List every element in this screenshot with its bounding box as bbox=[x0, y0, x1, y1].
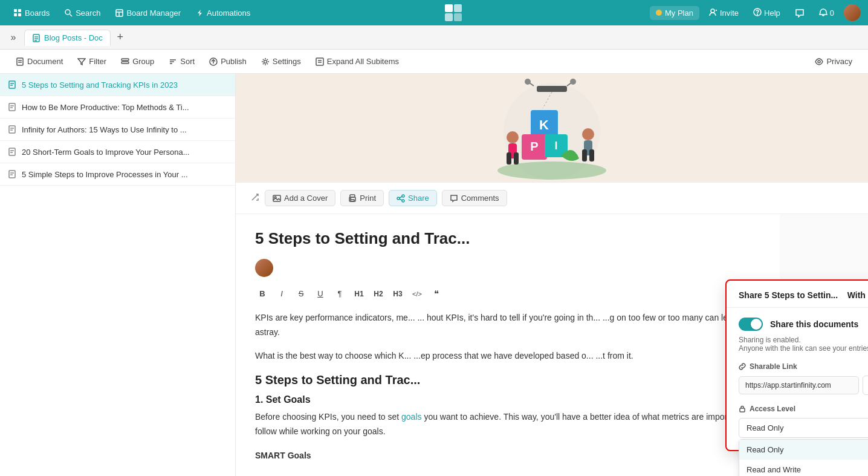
svg-rect-50 bbox=[9, 171, 15, 178]
toolbar-expand-all[interactable]: Expand All Subitems bbox=[309, 54, 405, 69]
toolbar-document[interactable]: Document bbox=[10, 54, 69, 69]
resize-button[interactable] bbox=[250, 192, 260, 204]
svg-point-37 bbox=[818, 60, 820, 63]
strikethrough-button[interactable]: S bbox=[294, 287, 308, 301]
toolbar-privacy[interactable]: Privacy bbox=[809, 54, 858, 69]
share-toggle-label: Share this documents bbox=[770, 319, 858, 329]
invite-button[interactable]: Invite bbox=[704, 5, 743, 21]
sort-icon bbox=[169, 57, 177, 66]
svg-point-72 bbox=[525, 79, 531, 85]
quote-button[interactable]: ❝ bbox=[429, 287, 444, 301]
main-container: 5 Steps to Setting and Tracking KPIs in … bbox=[0, 74, 868, 476]
share-status-line-2: Anyone with the link can see your entrie… bbox=[739, 344, 868, 353]
svg-rect-26 bbox=[121, 59, 129, 60]
svg-text:P: P bbox=[530, 140, 538, 153]
add-cover-button[interactable]: Add a Cover bbox=[265, 190, 335, 206]
question-icon bbox=[753, 8, 762, 18]
toolbar-filter[interactable]: Filter bbox=[71, 54, 112, 69]
sidebar-item-5[interactable]: 5 Simple Steps to Improve Processes in Y… bbox=[0, 163, 235, 186]
my-plan-label: My Plan bbox=[665, 8, 693, 18]
access-option-read-only[interactable]: Read Only bbox=[739, 440, 868, 460]
sidebar-item-4[interactable]: 20 Short-Term Goals to Improve Your Pers… bbox=[0, 141, 235, 163]
nav-search[interactable]: Search bbox=[58, 5, 106, 21]
sharable-link-label: Sharable Link bbox=[739, 362, 868, 371]
print-button[interactable]: Print bbox=[340, 190, 384, 206]
h1-button[interactable]: H1 bbox=[352, 287, 366, 301]
svg-rect-79 bbox=[351, 200, 354, 201]
notification-count: 0 bbox=[830, 8, 834, 18]
toolbar-sort[interactable]: Sort bbox=[163, 54, 201, 69]
access-option-read-write[interactable]: Read and Write bbox=[739, 460, 868, 476]
image-icon bbox=[273, 194, 281, 203]
doc-tab-icon bbox=[32, 34, 40, 42]
sidebar-item-5-label: 5 Simple Steps to Improve Processes in Y… bbox=[22, 170, 188, 179]
lightning-icon bbox=[195, 8, 204, 17]
share-modal-body: Share this documents Sharing is enabled.… bbox=[727, 308, 868, 450]
svg-rect-63 bbox=[507, 152, 511, 165]
toolbar-filter-label: Filter bbox=[89, 57, 106, 66]
print-icon bbox=[348, 194, 357, 203]
avatar[interactable] bbox=[844, 4, 861, 21]
toolbar-privacy-label: Privacy bbox=[826, 57, 852, 66]
access-select[interactable]: Read Only Read and Write bbox=[739, 418, 868, 438]
help-label: Help bbox=[764, 8, 780, 18]
svg-rect-2 bbox=[14, 13, 17, 16]
sidebar-item-3-label: Infinity for Authors: 15 Ways to Use Inf… bbox=[22, 125, 187, 134]
top-nav: Boards Search Board Manager Automations bbox=[0, 0, 868, 25]
plan-dot bbox=[656, 10, 662, 16]
add-tab-button[interactable]: + bbox=[113, 30, 128, 45]
nav-right: My Plan Invite Help bbox=[650, 4, 861, 21]
share-button[interactable]: Share bbox=[389, 190, 437, 206]
article-title: 5 Steps to Setting and Trac... bbox=[255, 229, 760, 249]
share-modal: Share 5 Steps to Settin... With Others S… bbox=[725, 279, 868, 451]
invite-icon bbox=[709, 8, 717, 18]
hero-image: K P I bbox=[236, 74, 868, 183]
help-button[interactable]: Help bbox=[748, 5, 785, 21]
collapse-sidebar-button[interactable]: » bbox=[5, 29, 22, 46]
nav-board-manager[interactable]: Board Manager bbox=[109, 5, 187, 21]
code-button[interactable]: </> bbox=[410, 287, 424, 301]
svg-line-5 bbox=[70, 14, 72, 16]
share-toggle[interactable] bbox=[739, 318, 763, 331]
svg-rect-38 bbox=[9, 81, 15, 88]
paragraph-button[interactable]: ¶ bbox=[332, 287, 347, 301]
formatting-bar: B I S U ¶ H1 H2 H3 </> ❝ bbox=[255, 287, 760, 301]
layout-icon bbox=[115, 8, 123, 17]
sidebar-item-1[interactable]: 5 Steps to Setting and Tracking KPIs in … bbox=[0, 74, 235, 96]
bold-button[interactable]: B bbox=[255, 287, 270, 301]
svg-text:K: K bbox=[539, 117, 549, 132]
svg-rect-12 bbox=[445, 13, 453, 21]
italic-button[interactable]: I bbox=[274, 287, 289, 301]
nav-automations[interactable]: Automations bbox=[189, 5, 256, 21]
h2-button[interactable]: H2 bbox=[371, 287, 386, 301]
toolbar-settings[interactable]: Settings bbox=[255, 54, 307, 69]
chat-button[interactable] bbox=[790, 5, 809, 20]
access-dropdown-options: Read Only Read and Write bbox=[739, 439, 868, 476]
h3-button[interactable]: H3 bbox=[390, 287, 405, 301]
nav-boards[interactable]: Boards bbox=[7, 5, 56, 21]
svg-rect-87 bbox=[740, 408, 745, 412]
my-plan-button[interactable]: My Plan bbox=[650, 6, 699, 20]
article-link-goals[interactable]: goals bbox=[401, 412, 421, 422]
sidebar-item-3[interactable]: Infinity for Authors: 15 Ways to Use Inf… bbox=[0, 119, 235, 141]
link-input[interactable] bbox=[739, 376, 859, 394]
article-para-3: Before choosing KPIs, you need to set go… bbox=[255, 410, 760, 439]
open-link-button[interactable] bbox=[863, 376, 868, 395]
svg-point-83 bbox=[402, 200, 404, 202]
comments-button[interactable]: Comments bbox=[442, 190, 507, 206]
tab-bar: » Blog Posts - Doc + bbox=[0, 25, 868, 50]
toolbar-group[interactable]: Group bbox=[115, 54, 160, 69]
grid-icon bbox=[13, 8, 22, 17]
nav-board-manager-label: Board Manager bbox=[126, 8, 181, 18]
toolbar-publish[interactable]: Publish bbox=[203, 54, 253, 69]
kpi-illustration: K P I bbox=[467, 77, 636, 180]
share-modal-title-suffix: With Others bbox=[847, 290, 868, 300]
sidebar-doc-icon-1 bbox=[7, 80, 17, 90]
notifications-button[interactable]: 0 bbox=[814, 6, 839, 20]
svg-point-14 bbox=[711, 9, 714, 13]
doc-toolbar: Add a Cover Print Sha bbox=[236, 183, 868, 214]
sidebar-item-2[interactable]: How to Be More Productive: Top Methods &… bbox=[0, 96, 235, 119]
tab-blog-posts-doc[interactable]: Blog Posts - Doc bbox=[24, 30, 111, 46]
underline-button[interactable]: U bbox=[313, 287, 328, 301]
nav-search-label: Search bbox=[76, 8, 100, 18]
